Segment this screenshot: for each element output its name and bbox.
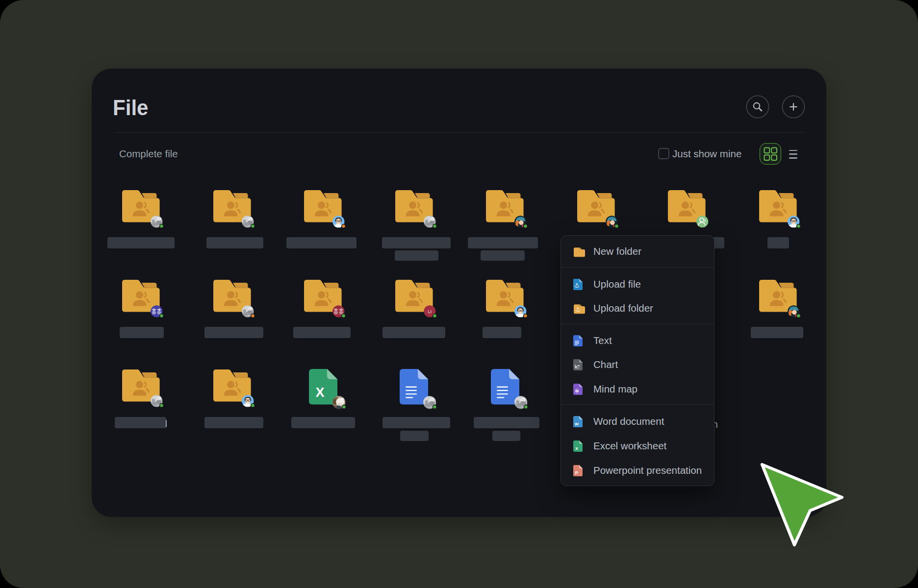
svg-text:w: w bbox=[574, 421, 579, 426]
svg-text:P: P bbox=[575, 470, 579, 475]
svg-text:x: x bbox=[575, 445, 578, 451]
svg-text:LI: LI bbox=[428, 309, 432, 314]
